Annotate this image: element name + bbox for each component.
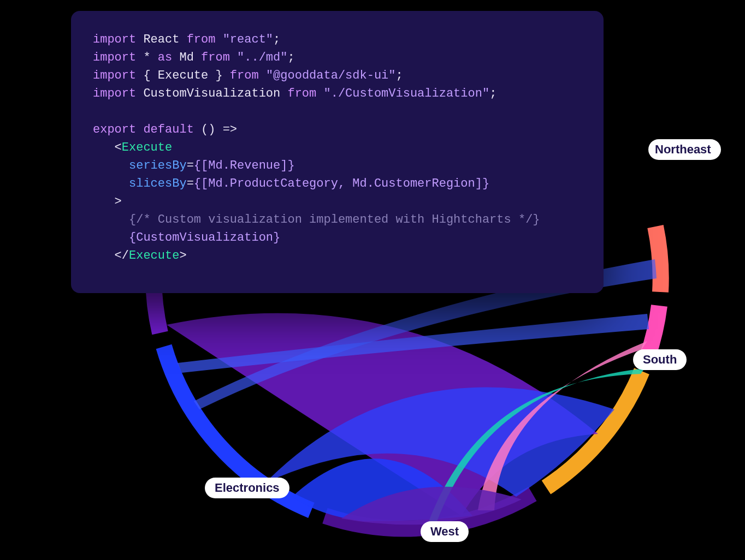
chord-label-electronics: Electronics <box>205 478 289 498</box>
chord-label-south: South <box>633 349 687 370</box>
code-line-10: > <box>93 193 582 211</box>
code-line-2: import * as Md from "../md"; <box>93 49 582 67</box>
code-line-7: <Execute <box>93 139 582 157</box>
chord-label-northeast: Northeast <box>648 139 721 160</box>
code-line-9: slicesBy={[Md.ProductCategory, Md.Custom… <box>93 175 582 193</box>
code-line-3: import { Execute } from "@gooddata/sdk-u… <box>93 67 582 85</box>
code-line-1: import React from "react"; <box>93 31 582 49</box>
code-line-4: import CustomVisualization from "./Custo… <box>93 85 582 103</box>
code-line-5 <box>93 103 582 121</box>
chord-label-west: West <box>421 521 469 542</box>
code-line-11: {/* Custom visualization implemented wit… <box>93 211 582 229</box>
code-line-12: {CustomVisualization} <box>93 229 582 247</box>
code-line-8: seriesBy={[Md.Revenue]} <box>93 157 582 175</box>
code-line-6: export default () => <box>93 121 582 139</box>
code-line-13: </Execute> <box>93 247 582 265</box>
code-panel: import React from "react"; import * as M… <box>71 11 604 293</box>
